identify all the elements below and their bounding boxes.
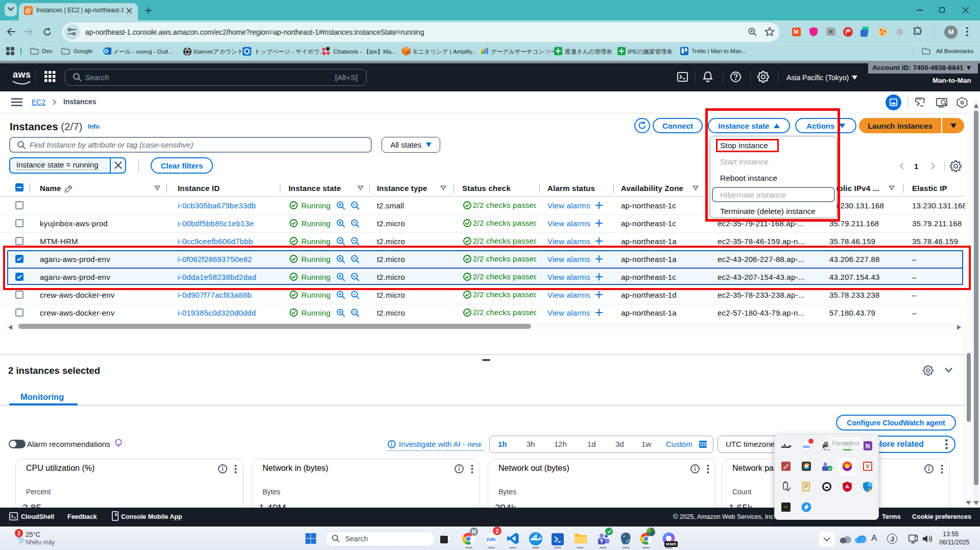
svg-text:Zalo: Zalo: [803, 445, 810, 448]
svg-text:N: N: [866, 443, 870, 450]
svg-text:V: V: [866, 463, 870, 469]
